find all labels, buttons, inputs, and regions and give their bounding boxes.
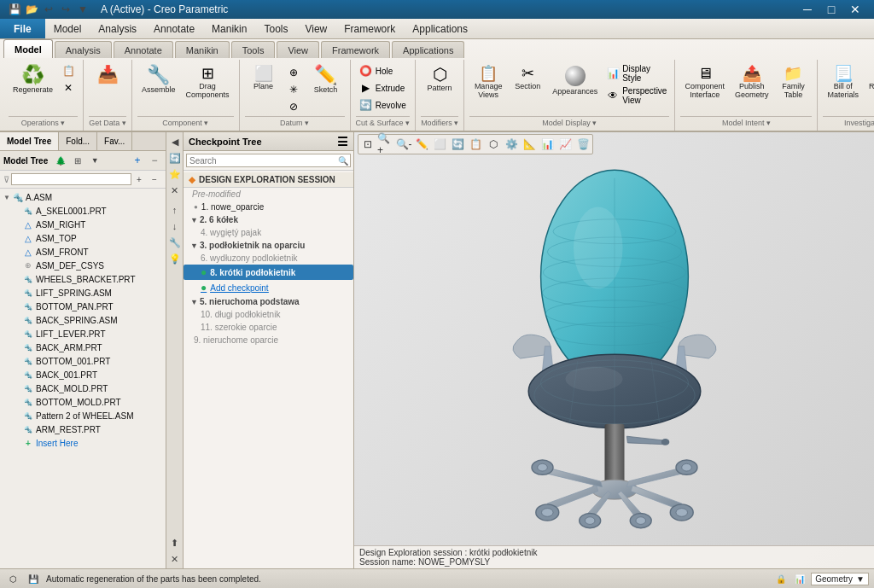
tree-item-bottom-pan[interactable]: 🔩 BOTTOM_PAN.PRT: [0, 300, 166, 313]
tree-item-asm-front[interactable]: △ ASM_FRONT: [0, 245, 166, 259]
reference-viewer-button[interactable]: 🔍 ReferenceViewer: [865, 63, 874, 102]
tree-item-arm-rest[interactable]: 🔩 ARM_REST.PRT: [0, 422, 166, 436]
tree-item-back-001[interactable]: 🔩 BACK_001.PRT: [0, 368, 166, 381]
tab-model[interactable]: Model: [3, 39, 53, 58]
plane-button[interactable]: ⬜ Plane: [245, 63, 283, 94]
pattern-button[interactable]: ⬡ Pattern: [421, 63, 458, 96]
datum-sm1[interactable]: ⊕: [284, 65, 306, 80]
publish-geometry-button[interactable]: 📤 PublishGeometry: [731, 63, 773, 102]
cp-item-10[interactable]: 10. długi podłokietnik: [184, 308, 353, 321]
tree-item-a-asm[interactable]: ▼ 🔩 A.ASM: [0, 190, 166, 204]
tree-item-wheels[interactable]: 🔩 WHEELS_BRACKET.PRT: [0, 272, 166, 286]
close-button[interactable]: ✕: [843, 0, 867, 19]
perspective-button[interactable]: 👁 PerspectiveView: [603, 85, 669, 106]
filter-remove-btn[interactable]: −: [147, 172, 162, 187]
tree-item-a-skel[interactable]: 🔩 A_SKEL0001.PRT: [0, 204, 166, 218]
side-btn-2[interactable]: 🔄: [167, 150, 183, 166]
side-btn-1[interactable]: ◀: [167, 134, 183, 149]
modelintent-label[interactable]: Model Intent ▾: [680, 116, 812, 129]
component-label[interactable]: Component ▾: [137, 116, 234, 129]
qa-redo[interactable]: ↪: [58, 2, 73, 17]
checkpoint-menu-btn[interactable]: ☰: [337, 135, 348, 148]
side-btn-4[interactable]: ✕: [167, 183, 183, 198]
cp-item-4[interactable]: 4. wygiętý pajak: [184, 226, 353, 239]
side-btn-3[interactable]: ⭐: [167, 166, 183, 182]
status-icon-2[interactable]: 💾: [26, 572, 41, 587]
family-table-button[interactable]: 📁 FamilyTable: [774, 63, 812, 102]
tab-tools[interactable]: Tools: [231, 41, 276, 58]
cp-item-6[interactable]: 6. wydłuzony podlokietnik: [184, 252, 353, 265]
tree-item-back-arm[interactable]: 🔩 BACK_ARM.PRT: [0, 341, 166, 354]
datum-sm2[interactable]: ✳: [284, 82, 306, 97]
cp-item-8[interactable]: ● 8. krótki podłokietnik: [184, 265, 353, 280]
menu-annotate[interactable]: Annotate: [145, 19, 203, 38]
tree-plus-btn[interactable]: +: [130, 153, 145, 168]
tree-item-insert[interactable]: + Insert Here: [0, 436, 166, 450]
filter-add-btn[interactable]: +: [131, 172, 147, 187]
appearances-button[interactable]: Appearances: [548, 63, 602, 99]
panel-tab-fav[interactable]: Fav...: [97, 132, 132, 150]
tree-item-back-mold[interactable]: 🔩 BACK_MOLD.PRT: [0, 381, 166, 395]
revolve-button[interactable]: 🔄 Revolve: [357, 97, 409, 113]
modeldisplay-label[interactable]: Model Display ▾: [469, 116, 669, 129]
tree-more-btn[interactable]: ▼: [87, 153, 102, 168]
regenerate-button[interactable]: ♻️ Regenerate: [9, 63, 57, 97]
qa-undo[interactable]: ↩: [41, 2, 56, 17]
tree-item-bottom-001[interactable]: 🔩 BOTTOM_001.PRT: [0, 354, 166, 368]
menu-applications[interactable]: Applications: [404, 19, 476, 38]
tree-item-bottom-mold[interactable]: 🔩 BOTTOM_MOLD.PRT: [0, 395, 166, 409]
cp-item-9[interactable]: 9. nieruchome oparcie: [184, 334, 353, 346]
tree-settings-btn[interactable]: 🌲: [53, 153, 68, 168]
checkpoint-search-input[interactable]: [186, 154, 351, 167]
tab-view[interactable]: View: [277, 41, 319, 58]
tree-item-lift[interactable]: 🔩 LIFT_SPRING.ASM: [0, 286, 166, 300]
panel-tab-fold[interactable]: Fold...: [59, 132, 97, 150]
section-button[interactable]: ✂ Section: [509, 63, 546, 94]
extrude-button[interactable]: ▶ Extrude: [357, 80, 409, 96]
tab-annotate[interactable]: Annotate: [114, 41, 173, 58]
tree-item-lift-lever[interactable]: 🔩 LIFT_LEVER.PRT: [0, 327, 166, 341]
side-btn-7[interactable]: 🔧: [167, 235, 183, 250]
investigate-label[interactable]: Investigate ▾: [823, 116, 874, 129]
qa-open[interactable]: 📂: [24, 2, 39, 17]
menu-framework[interactable]: Framework: [335, 19, 404, 38]
side-btn-5[interactable]: ↑: [167, 202, 183, 218]
status-icon-3[interactable]: 🔒: [773, 572, 789, 587]
status-icon-1[interactable]: ⬡: [5, 572, 20, 587]
tab-manikin[interactable]: Manikin: [175, 41, 230, 58]
side-btn-bottom2[interactable]: ✕: [167, 551, 183, 567]
cutsurface-label[interactable]: Cut & Surface ▾: [356, 116, 411, 129]
assemble-button[interactable]: 🔧 Assemble: [137, 63, 180, 97]
tree-item-asm-def[interactable]: ⊕ ASM_DEF_CSYS: [0, 259, 166, 272]
qa-save[interactable]: 💾: [7, 2, 22, 17]
menu-analysis[interactable]: Analysis: [90, 19, 145, 38]
status-icon-4[interactable]: 📊: [792, 572, 807, 587]
cp-pre-modified[interactable]: Pre-modified: [184, 188, 353, 201]
tree-minus-btn[interactable]: −: [147, 153, 162, 168]
ops-btn2[interactable]: ✕: [59, 80, 78, 96]
tree-item-pattern2[interactable]: 🔩 Pattern 2 of WHEEL.ASM: [0, 409, 166, 422]
restore-button[interactable]: □: [819, 0, 843, 19]
tab-framework[interactable]: Framework: [321, 41, 390, 58]
cp-add-checkpoint[interactable]: ● Add checkpoint: [184, 280, 353, 295]
qa-more[interactable]: ▼: [75, 2, 90, 17]
cp-group-5[interactable]: ▼ 5. nieruchoma podstawa: [184, 295, 353, 308]
tree-item-asm-top[interactable]: △ ASM_TOP: [0, 231, 166, 245]
menu-file[interactable]: File: [0, 19, 45, 38]
menu-model[interactable]: Model: [45, 19, 90, 38]
side-btn-8[interactable]: 💡: [167, 251, 183, 266]
tree-item-asm-right[interactable]: △ ASM_RIGHT: [0, 218, 166, 231]
ops-btn1[interactable]: 📋: [59, 63, 78, 79]
side-btn-bottom1[interactable]: ⬆: [167, 535, 183, 550]
modifiers-label[interactable]: Modifiers ▾: [421, 116, 458, 129]
drag-components-button[interactable]: ⊞ DragComponents: [182, 63, 234, 102]
cp-group-2[interactable]: ▼ 2. 6 kółek: [184, 213, 353, 226]
bom-button[interactable]: 📃 Bill ofMaterials: [823, 63, 863, 102]
geometry-dropdown[interactable]: Geometry ▼: [811, 573, 869, 585]
menu-manikin[interactable]: Manikin: [203, 19, 255, 38]
datum-sm3[interactable]: ⊘: [284, 99, 306, 114]
cp-item-1[interactable]: ● 1. nowe_oparcie: [184, 201, 353, 213]
getdata-label[interactable]: Get Data ▾: [89, 116, 126, 129]
menu-view[interactable]: View: [296, 19, 335, 38]
operations-label[interactable]: Operations ▾: [9, 116, 78, 129]
